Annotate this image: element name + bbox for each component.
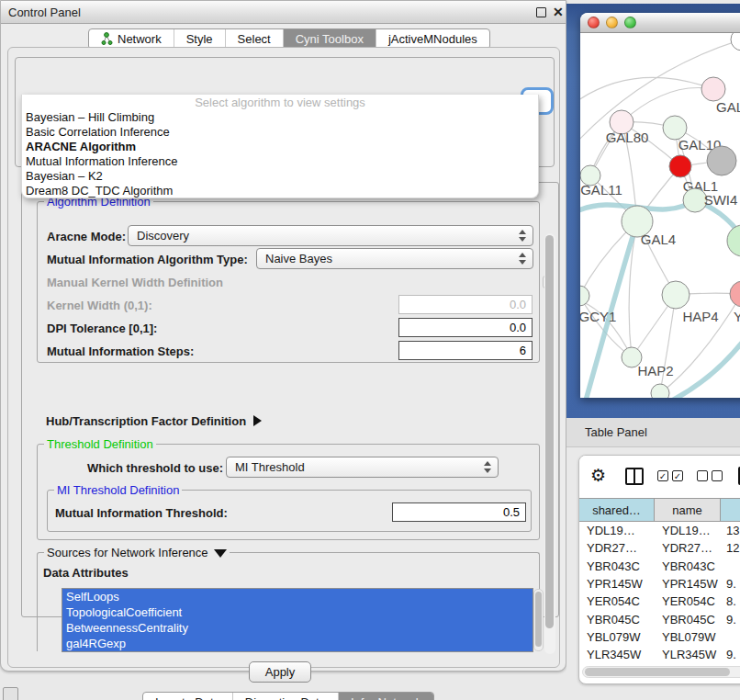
algorithm-option[interactable]: ARACNE Algorithm [25, 140, 535, 154]
network-canvas[interactable]: GALGAL80GAL10GAL1GAL11SWI4GAL4GCY1HAP4YH… [580, 33, 740, 398]
algorithm-option[interactable]: Bayesian – K2 [25, 169, 535, 184]
kernel-width-label: Kernel Width (0,1): [47, 299, 152, 312]
column-header[interactable]: name [655, 499, 721, 521]
table-horizontal-scrollbar[interactable] [582, 666, 740, 678]
network-edge[interactable] [622, 88, 713, 123]
table-row[interactable]: YDR27…YDR27…12 [579, 539, 740, 557]
tab-label: Cyni Toolbox [296, 32, 364, 46]
sources-title[interactable]: Sources for Network Inference [44, 546, 230, 559]
gear-icon[interactable]: ⚙ [590, 467, 606, 485]
tab-cyni-toolbox[interactable]: Cyni Toolbox [284, 29, 376, 49]
checked-checkbox-icon: ✓ [657, 470, 668, 481]
network-node-gal1[interactable] [669, 155, 691, 177]
tab-label: jActiveMNodules [388, 32, 477, 46]
control-panel-titlebar[interactable]: Control Panel ✕ [1, 1, 566, 24]
data-attribute-item[interactable]: BetweennessCentrality [62, 620, 533, 636]
bottom-tab-infer-network[interactable]: Infer Network [339, 693, 433, 700]
network-node[interactable] [707, 146, 736, 175]
control-panel-body: Select algorithm to view settings Bayesi… [7, 47, 560, 668]
apply-button[interactable]: Apply [249, 661, 311, 683]
node-label: GCY1 [580, 309, 616, 324]
network-node[interactable] [651, 384, 669, 398]
control-panel-title: Control Panel [8, 6, 81, 19]
table-row[interactable]: YBR045CYBR045C9. [579, 610, 740, 627]
table-window: ⚙ ✓ ✓ shared…name YDL19…YDL19…13YDR27…YD… [578, 455, 740, 684]
tab-select[interactable]: Select [226, 29, 284, 49]
network-node[interactable] [731, 33, 740, 51]
table-cell: YDR27… [655, 541, 721, 555]
mac-zoom-icon[interactable] [624, 17, 636, 28]
tab-network[interactable]: Network [89, 29, 174, 49]
algorithm-option[interactable]: Mutual Information Inference [25, 154, 535, 169]
network-node[interactable] [727, 225, 740, 256]
network-edge[interactable] [580, 77, 713, 102]
mac-minimize-icon[interactable] [606, 17, 618, 28]
network-node-hap4[interactable] [662, 281, 690, 309]
hub-definition-toggle[interactable]: Hub/Transcription Factor Definition [46, 414, 262, 428]
spinner-arrows-icon [512, 253, 533, 265]
float-window-icon[interactable] [536, 7, 546, 17]
select-all-columns-icon[interactable]: ✓ ✓ [657, 470, 683, 481]
bottom-tab-impute-data[interactable]: Impute Data [143, 693, 233, 700]
which-threshold-label: Which threshold to use: [87, 461, 223, 475]
tab-style[interactable]: Style [174, 29, 226, 49]
network-window-titlebar[interactable] [580, 13, 740, 33]
table-cell: 8. [721, 594, 740, 608]
algorithm-option[interactable]: Dream8 DC_TDC Algorithm [25, 184, 535, 198]
mi-threshold-field[interactable]: 0.5 [392, 502, 526, 522]
network-node-y[interactable] [730, 281, 740, 307]
table-cell: YDL19… [579, 524, 655, 537]
deselect-all-columns-icon[interactable] [697, 470, 723, 481]
mac-close-icon[interactable] [588, 17, 600, 28]
table-row[interactable]: YLR345WYLR345W9. [579, 646, 740, 663]
table-cell: 12 [721, 541, 740, 555]
algorithm-option[interactable]: Bayesian – Hill Climbing [25, 110, 535, 125]
control-panel-window: Control Panel ✕ NetworkStyleSelectCyni T… [0, 0, 566, 672]
algorithm-option[interactable]: Basic Correlation Inference [25, 125, 535, 140]
table-cell: YPR145W [579, 577, 655, 591]
table-row[interactable]: YPR145WYPR145W9. [579, 575, 740, 593]
which-threshold-select[interactable]: MI Threshold [226, 457, 499, 478]
mi-algorithm-type-select[interactable]: Naive Bayes [256, 248, 533, 269]
minimized-window-icon[interactable] [3, 687, 18, 700]
column-header[interactable]: shared… [579, 499, 655, 521]
mi-threshold-label: Mutual Information Threshold: [55, 506, 228, 520]
dpi-tolerance-field[interactable]: 0.0 [398, 318, 533, 337]
algorithm-dropdown-items: Bayesian – Hill ClimbingBasic Correlatio… [25, 110, 535, 198]
table-row[interactable]: YBR043CYBR043C [579, 558, 740, 575]
sources-group: Sources for Network Inference Data Attri… [37, 552, 540, 651]
data-attribute-item[interactable]: SelfLoops [62, 589, 533, 604]
attributes-scrollbar[interactable] [533, 589, 544, 651]
data-attributes-list[interactable]: SelfLoopsTopologicalCoefficientBetweenne… [62, 588, 533, 652]
node-label: GAL4 [641, 231, 676, 247]
kernel-width-field[interactable]: 0.0 [398, 295, 533, 314]
settings-vertical-scrollbar[interactable] [544, 233, 555, 654]
node-label: GAL11 [580, 182, 622, 198]
cyni-algorithm-settings-group: Cyni Algorithm Settings Algorithm Defini… [21, 182, 559, 617]
close-panel-icon[interactable]: ✕ [553, 6, 564, 18]
network-edge[interactable] [668, 338, 740, 398]
table-row[interactable]: YER054CYER054C8. [579, 593, 740, 610]
column-header[interactable] [721, 499, 740, 521]
mi-steps-field[interactable]: 6 [398, 341, 533, 360]
split-columns-icon[interactable] [625, 468, 644, 485]
tab-jactivemnodules[interactable]: jActiveMNodules [376, 29, 489, 49]
unchecked-checkbox-icon [712, 470, 723, 481]
network-node-gal[interactable] [701, 77, 725, 101]
sources-title-text: Sources for Network Inference [47, 546, 208, 559]
table-cell: YLR345W [579, 648, 655, 661]
table-header-row: shared…name [579, 498, 740, 522]
threshold-definition-title: Threshold Definition [44, 437, 156, 451]
aracne-mode-select[interactable]: Discovery [128, 225, 533, 246]
table-cell: YER054C [579, 594, 655, 608]
table-row[interactable]: YBL079WYBL079W [579, 628, 740, 646]
network-view-window[interactable]: GALGAL80GAL10GAL1GAL11SWI4GAL4GCY1HAP4YH… [580, 13, 740, 398]
data-attribute-item[interactable]: TopologicalCoefficient [62, 604, 533, 620]
table-cell: YBR043C [655, 559, 721, 573]
cyni-bottom-tabs: Impute DataDiscretize DataInfer Network [142, 692, 434, 700]
network-node-gcy1[interactable] [580, 286, 589, 306]
data-attribute-item[interactable]: gal4RGexp [62, 636, 533, 651]
mi-threshold-definition-title: MI Threshold Definition [54, 483, 182, 497]
table-row[interactable]: YDL19…YDL19…13 [579, 522, 740, 539]
bottom-tab-discretize-data[interactable]: Discretize Data [233, 693, 339, 700]
